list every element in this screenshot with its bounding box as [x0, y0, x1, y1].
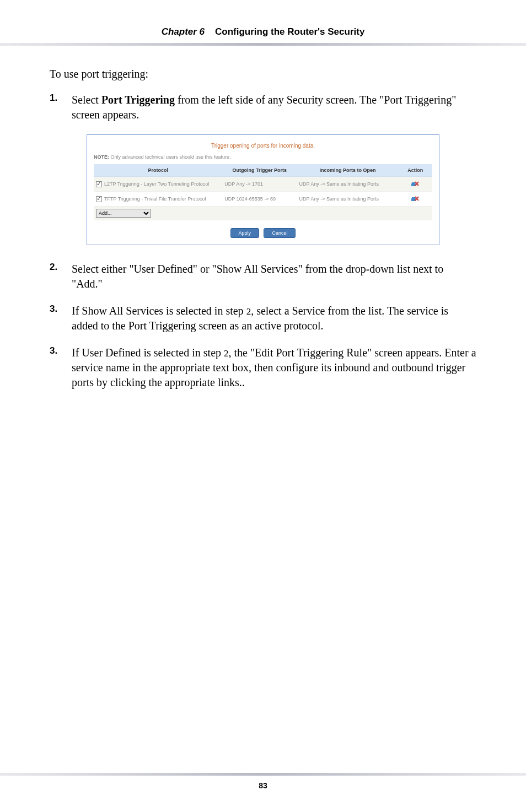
step-body: Select Port Triggering from the left sid… — [72, 93, 476, 122]
outgoing-value: UDP Any -> 1701 — [222, 177, 297, 192]
chapter-header: Chapter 6 Configuring the Router's Secur… — [0, 26, 526, 37]
chapter-title-text: Configuring the Router's Security — [215, 26, 364, 37]
port-trigger-table: Protocol Outgoing Trigger Ports Incoming… — [94, 164, 432, 220]
add-row: Add... — [94, 207, 432, 220]
delete-icon[interactable] — [411, 180, 420, 187]
step-body: If Show All Services is selected in step… — [72, 304, 476, 333]
note-text: Only advanced technical users should use… — [109, 154, 231, 160]
col-outgoing: Outgoing Trigger Ports — [222, 164, 297, 177]
protocol-name: TFTP Triggering - Trivial File Transfer … — [104, 196, 206, 202]
text-fragment: If User Defined is selected in step — [72, 347, 224, 359]
small-number: 2 — [224, 348, 229, 359]
text-fragment: Select — [72, 94, 101, 106]
figure-note: NOTE: Only advanced technical users shou… — [94, 154, 432, 160]
bold-term: Port Triggering — [101, 94, 175, 106]
incoming-value: UDP Any -> Same as Initiating Ports — [297, 192, 398, 207]
col-incoming: Incoming Ports to Open — [297, 164, 398, 177]
table-row: TFTP Triggering - Trivial File Transfer … — [94, 192, 432, 207]
step-number: 1. — [50, 93, 72, 122]
step-3b: 3. If User Defined is selected in step 2… — [50, 345, 476, 390]
delete-icon[interactable] — [411, 195, 420, 202]
action-cell — [399, 192, 432, 207]
svg-rect-0 — [411, 183, 416, 186]
footer-divider — [0, 773, 526, 776]
protocol-name: L2TP Triggering - Layer Two Tunneling Pr… — [104, 181, 209, 187]
screenshot-figure: Trigger opening of ports for incoming da… — [87, 134, 439, 245]
col-protocol: Protocol — [94, 164, 222, 177]
step-3a: 3. If Show All Services is selected in s… — [50, 304, 476, 333]
chapter-number: Chapter 6 — [162, 26, 205, 37]
svg-rect-4 — [411, 198, 416, 201]
svg-rect-1 — [412, 182, 415, 183]
step-number: 3. — [50, 304, 72, 333]
step-number: 2. — [50, 262, 72, 291]
note-label: NOTE: — [94, 154, 109, 160]
cancel-button[interactable]: Cancel — [264, 228, 296, 238]
add-select[interactable]: Add... — [96, 209, 151, 218]
page-number: 83 — [0, 781, 526, 790]
step-1: 1. Select Port Triggering from the left … — [50, 93, 476, 122]
checkbox-icon[interactable] — [96, 181, 102, 187]
small-number: 2 — [246, 306, 251, 317]
figure-title: Trigger opening of ports for incoming da… — [94, 143, 432, 149]
apply-button[interactable]: Apply — [230, 228, 260, 238]
action-cell — [399, 177, 432, 192]
step-number: 3. — [50, 345, 72, 390]
col-action: Action — [399, 164, 432, 177]
outgoing-value: UDP 1024-65535 -> 69 — [222, 192, 297, 207]
table-row: L2TP Triggering - Layer Two Tunneling Pr… — [94, 177, 432, 192]
svg-rect-5 — [412, 197, 415, 198]
step-body: If User Defined is selected in step 2, t… — [72, 345, 476, 390]
incoming-value: UDP Any -> Same as Initiating Ports — [297, 177, 398, 192]
step-body: Select either "User Defined" or "Show Al… — [72, 262, 476, 291]
figure-button-row: Apply Cancel — [94, 227, 432, 238]
checkbox-icon[interactable] — [96, 196, 102, 202]
intro-paragraph: To use port triggering: — [50, 68, 476, 80]
step-2: 2. Select either "User Defined" or "Show… — [50, 262, 476, 291]
text-fragment: If Show All Services is selected in step — [72, 305, 246, 317]
